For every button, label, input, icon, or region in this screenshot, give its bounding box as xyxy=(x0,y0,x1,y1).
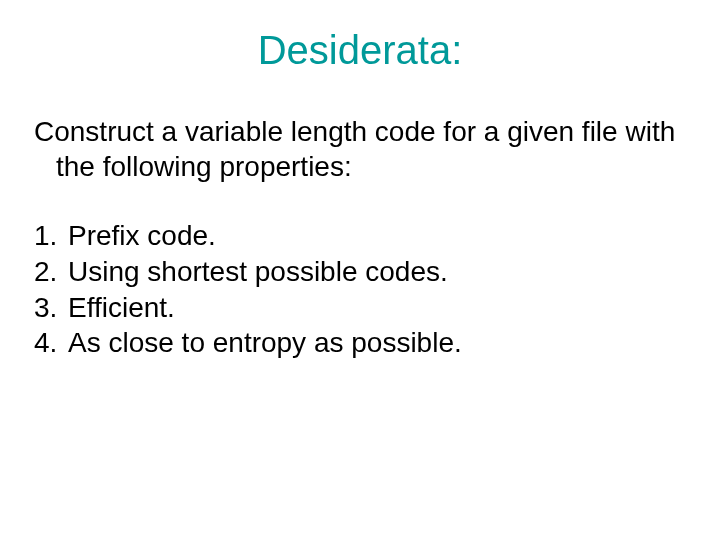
intro-text: Construct a variable length code for a g… xyxy=(34,114,686,184)
list-number: 4. xyxy=(34,325,68,361)
list-item: 2. Using shortest possible codes. xyxy=(34,254,686,290)
list-number: 1. xyxy=(34,218,68,254)
properties-list: 1. Prefix code. 2. Using shortest possib… xyxy=(34,218,686,361)
list-number: 2. xyxy=(34,254,68,290)
list-text: Prefix code. xyxy=(68,218,216,254)
intro-paragraph: Construct a variable length code for a g… xyxy=(34,114,686,184)
list-text: Efficient. xyxy=(68,290,175,326)
list-item: 4. As close to entropy as possible. xyxy=(34,325,686,361)
slide-title: Desiderata: xyxy=(34,26,686,74)
list-text: As close to entropy as possible. xyxy=(68,325,462,361)
list-item: 3. Efficient. xyxy=(34,290,686,326)
list-number: 3. xyxy=(34,290,68,326)
list-item: 1. Prefix code. xyxy=(34,218,686,254)
list-text: Using shortest possible codes. xyxy=(68,254,448,290)
